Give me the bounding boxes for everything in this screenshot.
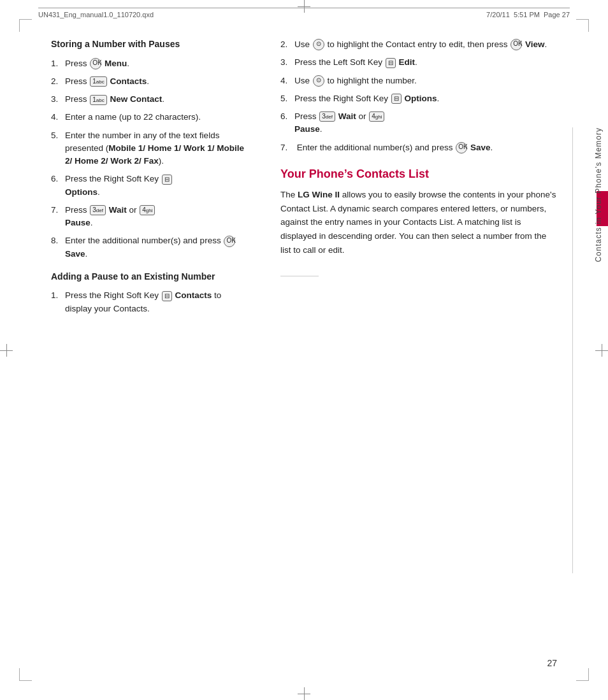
- list-text: Use ⊙ to highlight the Contact entry to …: [294, 38, 557, 51]
- vert-divider: [572, 127, 573, 573]
- corner-tr: [576, 19, 589, 32]
- list-text: Press 1abc New Contact.: [65, 93, 249, 106]
- 4ghi2-key-icon: 4ghi: [369, 111, 384, 122]
- list-num: 5.: [51, 129, 62, 168]
- corner-tl: [19, 19, 32, 32]
- section-storing-heading: Storing a Number with Pauses: [51, 38, 249, 51]
- list-text: Press 3def Wait or 4ghi Pause.: [294, 110, 557, 136]
- horiz-divider: [280, 276, 319, 276]
- list-item: 8. Enter the additional number(s) and pr…: [51, 234, 249, 261]
- list-item: 4. Enter a name (up to 22 characters).: [51, 111, 249, 124]
- 4ghi-key-icon: 4ghi: [140, 205, 155, 215]
- contacts-heading: Your Phone’s Contacts List: [280, 167, 557, 182]
- list-item: 3. Press 1abc New Contact.: [51, 93, 249, 106]
- header-bar: UN431_Eng_manual1.0_110720.qxd 7/20/11 5…: [38, 8, 570, 18]
- corner-bl: [19, 668, 32, 681]
- header-filename: UN431_Eng_manual1.0_110720.qxd: [38, 11, 154, 18]
- list-num: 8.: [51, 234, 62, 261]
- side-tab-label: Contacts in Your Phone’s Memory: [594, 127, 603, 262]
- ok-view-key-icon: OK: [510, 39, 522, 50]
- corner-br: [576, 668, 589, 681]
- header-datetime: 7/20/11 5:51 PM Page 27: [486, 11, 570, 18]
- contacts-section: Your Phone’s Contacts List The LG Wine I…: [280, 167, 557, 257]
- list-text: Enter the additional number(s) and press…: [65, 234, 249, 261]
- crosshair-left: [0, 344, 13, 357]
- list-num: 2.: [51, 75, 62, 88]
- newcontact-key-icon: 1abc: [90, 95, 106, 105]
- list-item: 3. Press the Left Soft Key ⊟ Edit.: [280, 56, 557, 69]
- list-num: 4.: [280, 75, 292, 87]
- ok-key-icon: OK: [90, 58, 101, 69]
- softkeyR3-icon: ⊟: [391, 94, 402, 104]
- softkeyR2-icon: ⊟: [162, 291, 172, 301]
- list-num: 6.: [51, 173, 62, 199]
- list-text: Enter a name (up to 22 characters).: [65, 111, 249, 124]
- list-num: 3.: [280, 56, 292, 69]
- list-item: 1. Press OK Menu.: [51, 57, 249, 70]
- list-num: 1.: [51, 57, 62, 70]
- list-text: Press the Right Soft Key ⊟ Contacts to d…: [65, 289, 249, 315]
- list-num: 5.: [280, 92, 292, 105]
- list-num: 7.: [51, 204, 62, 230]
- list-num: 7.: [280, 141, 292, 154]
- list-text: Enter the additional number(s) and press…: [294, 141, 557, 154]
- list-num: 6.: [280, 110, 292, 136]
- list-text: Press 3def Wait or 4ghi Pause.: [65, 204, 249, 230]
- softkeyL-icon: ⊟: [386, 58, 396, 68]
- list-text: Use ⊙ to highlight the number.: [294, 75, 557, 87]
- list-num: 4.: [51, 111, 62, 124]
- list-text: Press the Right Soft Key ⊟ Options.: [65, 173, 249, 199]
- list-item: 2. Press 1abc Contacts.: [51, 75, 249, 88]
- crosshair-bottom: [298, 687, 310, 700]
- nav-key2-icon: ⊙: [313, 75, 324, 87]
- list-item: 7. Press 3def Wait or 4ghi Pause.: [51, 204, 249, 230]
- side-tab: Contacts in Your Phone’s Memory: [576, 64, 608, 446]
- list-num: 1.: [51, 289, 62, 315]
- ok-save2-key-icon: OK: [456, 142, 467, 154]
- nav-key-icon: ⊙: [313, 39, 324, 50]
- list-item: 6. Press the Right Soft Key ⊟ Options.: [51, 173, 249, 199]
- 3def2-key-icon: 3def: [319, 111, 335, 122]
- list-text: Press the Left Soft Key ⊟ Edit.: [294, 56, 557, 69]
- list-item: 7. Enter the additional number(s) and pr…: [280, 141, 557, 154]
- list-num: 3.: [51, 93, 62, 106]
- softkeyR-icon: ⊟: [162, 175, 172, 185]
- list-item: 1. Press the Right Soft Key ⊟ Contacts t…: [51, 289, 249, 315]
- left-column: Storing a Number with Pauses 1. Press OK…: [51, 38, 268, 662]
- list-num: 2.: [280, 38, 292, 51]
- list-text: Enter the number in any of the text fiel…: [65, 129, 249, 168]
- list-item: 5. Enter the number in any of the text f…: [51, 129, 249, 168]
- list-text: Press the Right Soft Key ⊟ Options.: [294, 92, 557, 105]
- contacts-body: The LG Wine II allows you to easily brow…: [280, 188, 557, 257]
- list-item: 4. Use ⊙ to highlight the number.: [280, 75, 557, 87]
- contacts-key-icon: 1abc: [90, 76, 106, 87]
- list-item: 2. Use ⊙ to highlight the Contact entry …: [280, 38, 557, 51]
- main-content: Storing a Number with Pauses 1. Press OK…: [51, 38, 557, 662]
- section-adding: Adding a Pause to an Existing Number 1. …: [51, 271, 249, 315]
- list-text: Press OK Menu.: [65, 57, 249, 70]
- list-item: 6. Press 3def Wait or 4ghi Pause.: [280, 110, 557, 136]
- section-storing: Storing a Number with Pauses 1. Press OK…: [51, 38, 249, 261]
- ok-save-key-icon: OK: [224, 236, 235, 247]
- 3def-key-icon: 3def: [90, 205, 106, 215]
- section-adding-heading: Adding a Pause to an Existing Number: [51, 271, 249, 283]
- list-item: 5. Press the Right Soft Key ⊟ Options.: [280, 92, 557, 105]
- right-column: 2. Use ⊙ to highlight the Contact entry …: [268, 38, 557, 662]
- list-text: Press 1abc Contacts.: [65, 75, 249, 88]
